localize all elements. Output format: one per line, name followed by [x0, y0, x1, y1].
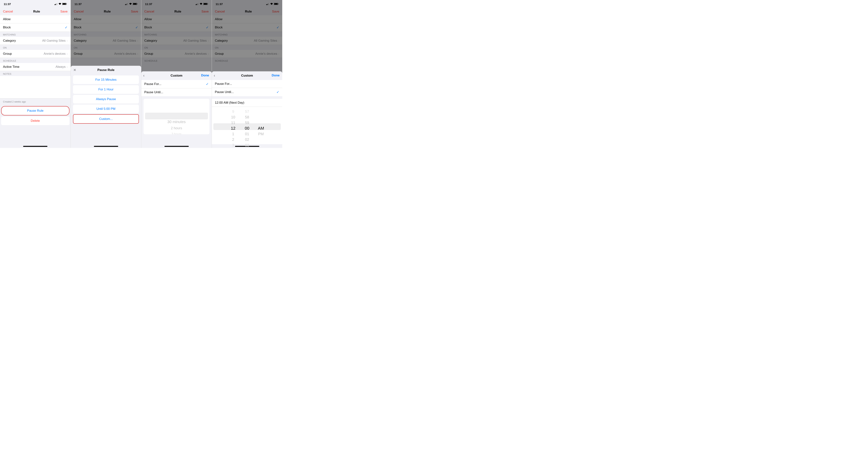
close-icon[interactable]: ✕: [73, 68, 76, 72]
chevron-right-icon: ›: [67, 39, 68, 42]
allow-row[interactable]: Allow: [0, 15, 70, 23]
pause-until-row[interactable]: Pause Until...: [141, 88, 212, 96]
pause-always-button[interactable]: Always Pause: [73, 95, 139, 104]
notes-field[interactable]: [0, 76, 70, 98]
time-picker[interactable]: 9 10 11 12 1 2 3 57 58 59 00 01 02 03 AM…: [212, 107, 282, 144]
delete-label: Delete: [31, 119, 40, 122]
delete-button[interactable]: Delete: [1, 117, 69, 125]
ampm-column[interactable]: AM PM: [254, 107, 268, 137]
nav-header: Cancel Rule Save: [0, 8, 70, 15]
sheet-header: ‹ Custom Done: [212, 72, 282, 80]
chevron-right-icon: ›: [67, 65, 68, 68]
pause-until-row[interactable]: Pause Until... ✓: [212, 88, 282, 96]
screen-rule: 11:37 Cancel Rule Save Allow Block ✓ MAT…: [0, 0, 70, 148]
done-button[interactable]: Done: [272, 74, 280, 77]
check-icon: ✓: [206, 82, 209, 86]
sheet-header: ‹ Custom Done: [141, 72, 212, 80]
picker-item: 2 hours: [144, 125, 210, 131]
check-icon: ✓: [276, 90, 279, 94]
sheet-title: Custom: [170, 74, 182, 78]
created-text: Created 2 weeks ago: [0, 98, 70, 105]
pause-rule-button[interactable]: Pause Rule: [1, 106, 69, 115]
wifi-icon: [58, 3, 61, 5]
hour-column[interactable]: 9 10 11 12 1 2 3: [227, 107, 240, 148]
time-summary: 12:00 AM (Next Day): [212, 99, 282, 107]
page-title: Rule: [33, 10, 40, 13]
status-bar: 11:37: [0, 0, 70, 8]
minute-column[interactable]: 57 58 59 00 01 02 03: [241, 107, 254, 148]
screen-pause-sheet: 11:37 Cancel Rule Save Allow Block✓ MATC…: [70, 0, 141, 148]
category-row[interactable]: Category All Gaming Sites ›: [0, 37, 70, 45]
chevron-right-icon: ›: [67, 52, 68, 55]
clock: 11:37: [4, 2, 11, 6]
pause-for-row[interactable]: Pause For... ✓: [141, 80, 212, 88]
group-value: Annie's devices: [44, 52, 66, 56]
back-icon[interactable]: ‹: [214, 73, 215, 78]
active-time-label: Active Time: [3, 65, 20, 69]
sheet-title: Custom: [241, 74, 253, 78]
allow-label: Allow: [3, 18, 11, 21]
pause-sheet: ✕ Pause Rule For 15 Minutes For 1 Hour A…: [71, 66, 141, 148]
svg-rect-1: [55, 4, 56, 5]
schedule-header: SCHEDULE: [0, 58, 70, 63]
block-label: Block: [3, 26, 11, 29]
cellular-icon: [55, 3, 58, 5]
category-value: All Gaming Sites: [42, 39, 66, 42]
screen-custom-for: 11:37 Cancel Rule Save Allow Block✓ MATC…: [141, 0, 212, 148]
picker-item: 30 minutes: [144, 119, 210, 125]
notes-header: NOTES: [0, 71, 70, 76]
block-row[interactable]: Block ✓: [0, 23, 70, 32]
pause-1hour-button[interactable]: For 1 Hour: [73, 85, 139, 94]
group-label: Group: [3, 52, 12, 56]
active-time-value: Always: [56, 65, 65, 69]
picker-highlight: [145, 113, 208, 119]
screen-custom-until: 11:37 Cancel Rule Save Allow Block✓ MATC…: [212, 0, 282, 148]
group-row[interactable]: Group Annie's devices ›: [0, 50, 70, 58]
battery-icon: [62, 3, 67, 5]
done-button[interactable]: Done: [201, 74, 209, 77]
pause-until-button[interactable]: Until 5:00 PM: [73, 105, 139, 113]
home-indicator[interactable]: [164, 146, 189, 147]
check-icon: ✓: [65, 25, 68, 29]
cancel-button[interactable]: Cancel: [3, 10, 13, 13]
sheet-title: Pause Rule: [97, 68, 115, 72]
matching-header: MATCHING: [0, 32, 70, 37]
save-button[interactable]: Save: [60, 10, 68, 13]
pause-15min-button[interactable]: For 15 Minutes: [73, 76, 139, 84]
home-indicator[interactable]: [23, 146, 48, 147]
back-icon[interactable]: ‹: [143, 73, 145, 78]
active-time-row[interactable]: Active Time Always ›: [0, 63, 70, 71]
svg-rect-2: [56, 4, 57, 5]
status-icons: [55, 3, 67, 5]
sheet-header: ✕ Pause Rule: [71, 66, 141, 74]
duration-picker[interactable]: Today 30 minutes 2 hours 3 hours 4 hours: [144, 99, 210, 134]
custom-time-sheet: ‹ Custom Done Pause For... Pause Until..…: [212, 72, 282, 148]
svg-rect-5: [63, 3, 66, 5]
svg-rect-0: [55, 4, 55, 5]
custom-sheet: ‹ Custom Done Pause For... ✓ Pause Until…: [141, 72, 212, 148]
picker-item: 3 hours: [144, 131, 210, 134]
pause-label: Pause Rule: [27, 109, 43, 112]
category-label: Category: [3, 39, 16, 42]
pause-for-row[interactable]: Pause For...: [212, 80, 282, 88]
svg-rect-3: [57, 3, 57, 5]
pause-custom-button[interactable]: Custom...: [73, 114, 139, 124]
home-indicator[interactable]: [94, 146, 118, 147]
on-header: ON: [0, 45, 70, 50]
svg-rect-6: [66, 4, 67, 4]
